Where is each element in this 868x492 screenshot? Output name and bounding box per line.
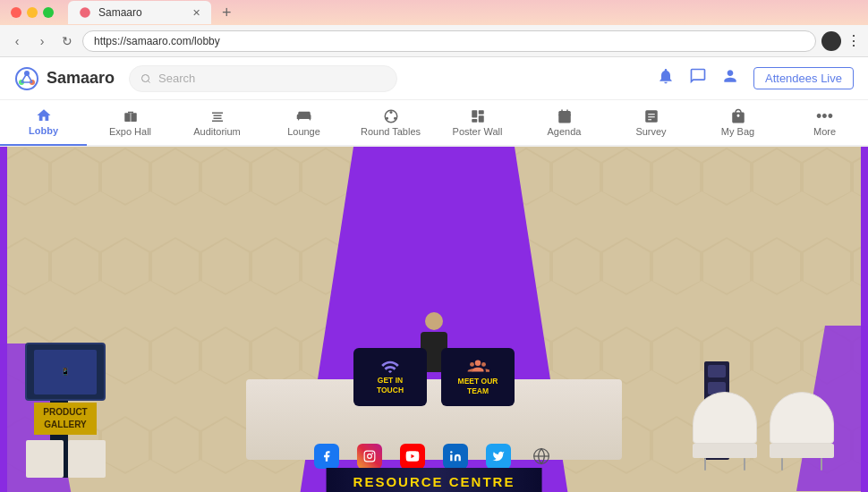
search-icon — [140, 73, 151, 84]
product-gallery-label: PRODUCTGALLERY — [34, 403, 96, 435]
auditorium-icon — [209, 108, 226, 124]
get-in-touch-button[interactable]: GET INTOUCH — [353, 348, 427, 406]
maximize-window-button[interactable] — [43, 7, 54, 18]
svg-point-30 — [481, 362, 486, 367]
traffic-lights — [11, 7, 54, 18]
team-icon — [466, 358, 489, 374]
nav-label-survey: Survey — [635, 126, 666, 137]
more-dots-icon: ••• — [816, 108, 833, 124]
twitter-icon[interactable] — [486, 444, 511, 469]
attendees-live-button[interactable]: Attendees Live — [753, 67, 854, 89]
logo: Samaaro — [14, 66, 115, 91]
svg-point-0 — [80, 7, 90, 18]
nav-label-poster-wall: Poster Wall — [453, 126, 503, 137]
nav-label-lounge: Lounge — [287, 126, 320, 137]
new-tab-button[interactable]: + — [218, 4, 235, 22]
nav-item-agenda[interactable]: Agenda — [521, 99, 608, 146]
nav-item-my-bag[interactable]: My Bag — [694, 99, 781, 146]
refresh-button[interactable]: ↻ — [57, 31, 77, 51]
instagram-icon[interactable] — [357, 444, 382, 469]
svg-rect-18 — [478, 115, 483, 123]
nav-label-more: More — [813, 126, 836, 137]
header-icons: Attendees Live — [657, 67, 854, 89]
svg-point-29 — [470, 362, 474, 367]
wifi-icon — [380, 359, 400, 373]
close-tab-button[interactable]: ✕ — [192, 7, 200, 19]
logo-text: Samaaro — [47, 69, 115, 88]
svg-line-9 — [148, 81, 149, 82]
svg-rect-19 — [472, 119, 477, 123]
nav-label-lobby: Lobby — [29, 125, 58, 136]
svg-rect-17 — [478, 110, 483, 115]
resource-centre-section[interactable]: RESOURCE CENTRE — [327, 468, 542, 492]
chairs-area — [693, 392, 834, 471]
browser-window: Samaaro ✕ + ‹ › ↻ https://samaaro.com/lo… — [0, 0, 868, 147]
agenda-icon — [557, 108, 573, 124]
forward-button[interactable]: › — [32, 31, 52, 51]
svg-rect-16 — [472, 110, 477, 117]
resource-centre-label: RESOURCE CENTRE — [327, 468, 542, 492]
profile-circle — [821, 31, 841, 51]
facebook-icon[interactable] — [314, 444, 339, 469]
url-input[interactable]: https://samaaro.com/lobby — [82, 30, 816, 52]
nav-label-round-tables: Round Tables — [361, 126, 421, 137]
nav-label-auditorium: Auditorium — [193, 126, 241, 137]
svg-point-14 — [394, 117, 396, 120]
svg-point-15 — [386, 117, 388, 120]
logo-icon — [14, 66, 39, 91]
nav-item-round-tables[interactable]: Round Tables — [347, 99, 434, 146]
lobby-icon — [36, 107, 52, 123]
tab-title: Samaaro — [98, 6, 142, 19]
svg-point-28 — [475, 360, 481, 366]
notifications-icon[interactable] — [657, 67, 675, 89]
nav-item-survey[interactable]: Survey — [608, 99, 694, 146]
tab-favicon — [79, 6, 91, 19]
url-text: https://samaaro.com/lobby — [94, 35, 220, 47]
nav-item-lounge[interactable]: Lounge — [260, 99, 347, 146]
linkedin-icon[interactable] — [443, 444, 468, 469]
social-icons-row — [314, 444, 554, 469]
survey-icon — [643, 108, 660, 124]
svg-point-32 — [368, 454, 372, 459]
nav-item-more[interactable]: ••• More — [781, 99, 868, 146]
nav-label-my-bag: My Bag — [721, 126, 754, 137]
chair-1 — [693, 392, 757, 471]
meet-our-team-button[interactable]: MEET OURTEAM — [441, 348, 515, 406]
svg-rect-20 — [558, 111, 571, 123]
svg-point-33 — [371, 453, 373, 454]
minimize-window-button[interactable] — [27, 7, 38, 18]
title-bar: Samaaro ✕ + — [0, 0, 868, 25]
website-icon[interactable] — [529, 444, 554, 469]
svg-line-5 — [27, 73, 32, 82]
svg-point-13 — [389, 111, 392, 114]
search-placeholder: Search — [158, 72, 195, 85]
youtube-icon[interactable] — [400, 444, 425, 469]
nav-item-auditorium[interactable]: Auditorium — [174, 99, 260, 146]
chat-icon[interactable] — [689, 67, 707, 89]
profile-icon[interactable] — [721, 67, 739, 89]
app-header: Samaaro Search Attendees Live — [0, 57, 868, 100]
browser-tab[interactable]: Samaaro ✕ — [68, 1, 211, 24]
browser-more-button[interactable]: ⋮ — [847, 32, 861, 49]
nav-item-lobby[interactable]: Lobby — [0, 99, 87, 146]
get-in-touch-label: GET INTOUCH — [377, 376, 404, 395]
nav-item-poster-wall[interactable]: Poster Wall — [434, 99, 521, 146]
receptionist-head — [425, 312, 443, 330]
svg-point-34 — [450, 451, 452, 453]
lounge-icon — [296, 108, 312, 124]
nav-bar: Lobby Expo Hall Auditorium Lounge Round … — [0, 100, 868, 147]
product-gallery-section[interactable]: 📱 PRODUCTGALLERY — [25, 343, 106, 478]
nav-label-agenda: Agenda — [548, 126, 582, 137]
search-bar[interactable]: Search — [129, 65, 397, 92]
back-button[interactable]: ‹ — [7, 31, 27, 51]
close-window-button[interactable] — [11, 7, 21, 18]
svg-point-8 — [142, 74, 149, 81]
round-tables-icon — [383, 108, 399, 124]
chair-2 — [770, 392, 834, 471]
desk-buttons: GET INTOUCH MEET OURTEAM — [353, 348, 515, 406]
svg-rect-31 — [364, 451, 375, 462]
gallery-cubes — [26, 440, 106, 478]
lobby-scene: 💻 GET INTOUCH MEET OURTEAM — [0, 147, 868, 492]
product-gallery-monitor: 📱 — [25, 343, 106, 401]
nav-item-expo-hall[interactable]: Expo Hall — [87, 99, 174, 146]
